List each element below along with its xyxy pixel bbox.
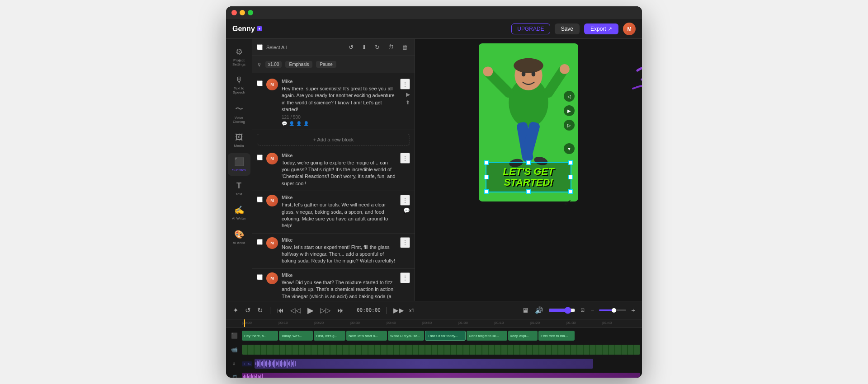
text-overlay[interactable]: LET'S GET STARTED! (486, 162, 571, 192)
play-block-button[interactable]: ▶ (406, 91, 410, 98)
pause-btn[interactable]: Pause (316, 61, 336, 68)
volume-slider[interactable] (548, 307, 576, 314)
zoom-thumb[interactable] (612, 308, 616, 313)
select-all-checkbox[interactable] (257, 44, 263, 50)
subtitle-chip[interactable]: Hey there, s... (242, 331, 278, 341)
block-checkbox[interactable] (257, 239, 263, 245)
next-button[interactable]: ▷ (564, 120, 575, 131)
resize-handle-br[interactable] (568, 189, 573, 194)
svg-point-7 (483, 66, 493, 76)
sidebar-item-media[interactable]: 🖼 Media (228, 129, 250, 151)
block-text[interactable]: Wow! Did you see that? The mixture start… (282, 279, 396, 301)
subtitle-chip[interactable]: Don't forget to lik... (467, 331, 507, 341)
block-more-button[interactable]: ⋮ (400, 153, 410, 164)
close-button[interactable] (231, 10, 237, 15)
zoom-fit-button[interactable]: ⊡ (579, 306, 586, 314)
redo-playback-button[interactable]: ↻ (256, 305, 264, 316)
clock-button[interactable]: ⏱ (386, 43, 396, 52)
block-more-button[interactable]: ⋮ (400, 79, 410, 89)
sidebar-item-voice-cloning[interactable]: 〜 Voice Cloning (228, 100, 250, 127)
sidebar-item-project-settings[interactable]: ⚙ Project Settings (228, 43, 250, 70)
skip-end-button[interactable]: ⏭ (336, 305, 345, 315)
video-track-content[interactable] (242, 345, 640, 355)
block-more-button[interactable]: ⋮ (400, 272, 410, 283)
block-text[interactable]: Hey there, super scientists! It's great … (282, 85, 396, 113)
prev-button[interactable]: ◁ (564, 91, 575, 102)
resize-handle-mr[interactable] (568, 175, 573, 179)
block-content[interactable]: Mike First, let's gather our tools. We w… (282, 195, 396, 229)
emphasis-button[interactable]: Emphasis (285, 61, 312, 68)
subtitle-track-content[interactable]: Hey there, s... Today, we'r... First, le… (242, 331, 640, 341)
block-more-button[interactable]: ⋮ (400, 195, 410, 206)
subtitle-chip[interactable]: keep expl... (508, 331, 538, 341)
waveform-icon: 〜 (235, 103, 243, 114)
step-forward-button[interactable]: ▷▷ (319, 305, 332, 316)
subtitle-chip[interactable]: Now, let's start o... (346, 331, 387, 341)
block-checkbox[interactable] (257, 197, 263, 202)
zoom-in-button[interactable]: + (630, 305, 637, 315)
sidebar-item-ai-writer[interactable]: ✍ AI Writer (228, 201, 250, 224)
block-checkbox[interactable] (257, 80, 263, 86)
subtitle-chip[interactable]: Feel free to ma... (538, 331, 575, 341)
decorative-strokes (628, 57, 642, 102)
playhead[interactable] (244, 319, 245, 327)
music-track-content[interactable] (242, 373, 640, 378)
share-block-button[interactable]: ⬆ (406, 99, 410, 106)
resize-handle-tr[interactable] (568, 160, 573, 165)
music-waveform (242, 373, 640, 378)
block-text[interactable]: First, let's gather our tools. We will n… (282, 201, 396, 229)
subtitle-chip-active[interactable]: That's it for today... (425, 331, 466, 341)
sidebar-item-ai-artist[interactable]: 🎨 AI Artist (228, 226, 250, 248)
gear-icon: ⚙ (236, 47, 243, 57)
maximize-button[interactable] (248, 10, 253, 15)
delete-button[interactable]: 🗑 (400, 43, 410, 52)
minimize-button[interactable] (240, 10, 245, 15)
resize-handle-ml[interactable] (484, 175, 489, 179)
resize-handle-tl[interactable] (484, 160, 489, 165)
volume-button[interactable]: 🔊 (533, 305, 545, 316)
speaker-name: Mike (282, 195, 396, 200)
block-content[interactable]: Mike Today, we're going to explore the m… (282, 153, 396, 187)
magic-button[interactable]: ✦ (231, 305, 240, 316)
timeline: 00:00 00:10 00:20 00:30 00:40 00:50 01:0… (226, 319, 642, 378)
block-text[interactable]: Now, let's start our experiment! First, … (282, 244, 396, 265)
script-toolbar-bottom: 🎙 x1.00 Emphasis Pause (252, 56, 415, 73)
video-track-bar (242, 345, 640, 355)
export-button[interactable]: Export ↗ (584, 23, 618, 34)
sidebar-item-text-to-speech[interactable]: 🎙 Text to Speech (228, 72, 250, 98)
resize-handle-tc[interactable] (526, 160, 531, 165)
zoom-out-button[interactable]: − (590, 305, 596, 315)
block-content[interactable]: Mike Hey there, super scientists! It's g… (282, 79, 396, 126)
resize-handle-bc[interactable] (526, 189, 531, 194)
sidebar-item-text[interactable]: T Text (228, 178, 250, 200)
undo-button[interactable]: ↺ (346, 43, 356, 52)
add-block-button[interactable]: + Add a new block (257, 134, 410, 145)
chevron-down-button[interactable]: ▼ (564, 143, 575, 154)
refresh-button[interactable]: ↻ (373, 43, 382, 52)
tts-track-content[interactable]: TTS (242, 359, 640, 369)
subtitle-chip[interactable]: Wow! Did you se... (388, 331, 424, 341)
skip-start-button[interactable]: ⏮ (276, 305, 285, 315)
undo-playback-button[interactable]: ↺ (244, 305, 252, 316)
monitor-button[interactable]: 🖥 (520, 305, 530, 315)
block-checkbox[interactable] (257, 155, 263, 160)
subtitle-track: ⬛ Hey there, s... Today, we'r... First, … (228, 329, 640, 342)
user-avatar[interactable]: M (623, 23, 636, 35)
block-content[interactable]: Mike Wow! Did you see that? The mixture … (282, 272, 396, 301)
resize-handle-bl[interactable] (484, 189, 489, 194)
speed-forward-button[interactable]: ▶▶ (392, 305, 406, 316)
block-more-button[interactable]: ⋮ (400, 237, 410, 248)
upgrade-button[interactable]: UPGRADE (511, 23, 550, 34)
download-button[interactable]: ⬇ (359, 43, 369, 52)
block-text[interactable]: Today, we're going to explore the magic … (282, 159, 396, 187)
play-button[interactable]: ▶ (564, 105, 575, 116)
subtitle-chip[interactable]: Today, we'r... (279, 331, 313, 341)
block-checkbox[interactable] (257, 274, 263, 280)
play-main-button[interactable]: ▶ (306, 304, 315, 317)
sidebar-item-subtitles[interactable]: ⬛ Subtitles (228, 153, 250, 176)
block-content[interactable]: Mike Now, let's start our experiment! Fi… (282, 237, 396, 265)
subtitle-chip[interactable]: First, let's g... (314, 331, 345, 341)
step-back-button[interactable]: ◁◁ (289, 305, 302, 316)
playback-controls: ◁ ▶ ▷ ▼ (564, 91, 575, 154)
save-button[interactable]: Save (555, 23, 580, 34)
